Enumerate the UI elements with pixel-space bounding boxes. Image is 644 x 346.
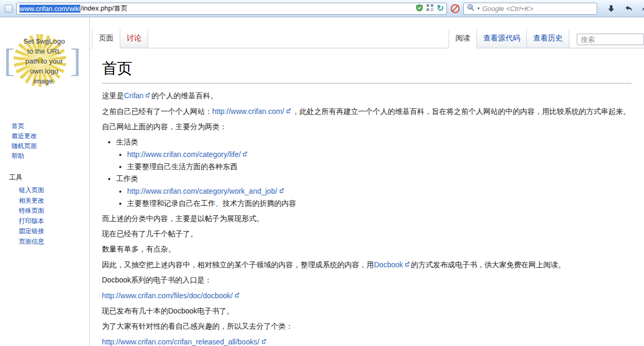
url-selected-text: www.crifan.com/wiki bbox=[19, 5, 80, 13]
sidebar-link-random-page[interactable]: 随机页面 bbox=[12, 141, 89, 151]
paragraph: 这里是Crifan的个人的维基百科。 bbox=[102, 90, 631, 101]
paragraph: 因此，又抽空把上述内容中，相对独立的某个子领域的内容，整理成系统的内容，用Doc… bbox=[102, 259, 631, 270]
search-magnifier-icon: G bbox=[467, 4, 475, 14]
redo-arrow-icon[interactable] bbox=[641, 5, 644, 13]
sidebar-tools: 链入页面 相关更改 特殊页面 打印版本 固定链接 页面信息 bbox=[19, 185, 89, 247]
paragraph: 现已发布有几十本的Docbook电子书了。 bbox=[102, 306, 631, 317]
text: 之前自己已经有了一个个人网站： bbox=[102, 107, 212, 116]
paragraph: http://www.crifan.com/files/doc/docbook/ bbox=[102, 290, 631, 301]
list-item: http://www.crifan.com/category/work_and_… bbox=[127, 185, 631, 197]
namespace-tabs: 页面 讨论 bbox=[92, 29, 148, 48]
tab-read[interactable]: 阅读 bbox=[449, 29, 477, 48]
list-item: 主要整理和记录自己在工作、技术方面的折腾的内容 bbox=[127, 198, 631, 209]
sidebar-link-home[interactable]: 首页 bbox=[12, 121, 89, 131]
external-link[interactable]: http://www.crifan.com/ bbox=[212, 107, 284, 116]
url-text: /index.php/首页 bbox=[80, 4, 128, 13]
wiki-sidebar: [ ] Set $wgLogo to the URL path to your … bbox=[0, 17, 89, 346]
text: 的方式发布成电子书，供大家免费在网上阅读。 bbox=[411, 260, 565, 269]
external-link[interactable]: http://www.crifan.com/crifan_released_al… bbox=[102, 338, 259, 346]
external-link-icon bbox=[145, 90, 150, 101]
address-bar[interactable]: www.crifan.com/wiki /index.php/首页 ↻ bbox=[16, 3, 447, 15]
tool-link-permanent-link[interactable]: 固定链接 bbox=[19, 226, 89, 237]
text: 的个人的维基百科。 bbox=[151, 91, 217, 100]
paragraph: 而上述的分类中内容，主要是以帖子为展现形式。 bbox=[102, 213, 631, 224]
google-search-box[interactable]: G ▼ bbox=[463, 3, 597, 15]
external-link[interactable]: http://www.crifan.com/files/doc/docbook/ bbox=[102, 291, 233, 300]
paragraph: 数量有单多，有点杂。 bbox=[102, 244, 631, 255]
tab-history[interactable]: 查看历史 bbox=[527, 29, 569, 48]
list-item: 主要整理自己生活方面的各种东西 bbox=[127, 161, 631, 172]
list-item: http://www.crifan.com/category/life/ bbox=[127, 149, 631, 160]
text: 生活类 bbox=[116, 138, 138, 146]
tool-link-special-pages[interactable]: 特殊页面 bbox=[19, 206, 89, 216]
wiki-page: [ ] Set $wgLogo to the URL path to your … bbox=[0, 17, 644, 346]
paragraph: http://www.crifan.com/crifan_released_al… bbox=[102, 336, 631, 346]
logo-text-line: to the URL bbox=[11, 46, 78, 56]
wiki-search-input[interactable] bbox=[577, 34, 644, 45]
wiki-logo[interactable]: [ ] Set $wgLogo to the URL path to your … bbox=[0, 20, 89, 103]
external-link-icon bbox=[242, 149, 247, 160]
external-link-icon bbox=[279, 185, 284, 196]
article-body: 首页 这里是Crifan的个人的维基百科。 之前自己已经有了一个个人网站：htt… bbox=[90, 48, 644, 346]
tool-link-printable-version[interactable]: 打印版本 bbox=[19, 216, 89, 227]
page-tabs-bar: 页面 讨论 阅读 查看源代码 查看历史 bbox=[90, 17, 644, 48]
external-link-icon bbox=[286, 106, 291, 117]
paragraph: 之前自己已经有了一个个人网站：http://www.crifan.com/，此处… bbox=[102, 106, 631, 117]
external-link-icon bbox=[234, 290, 240, 301]
tab-view-source[interactable]: 查看源代码 bbox=[477, 29, 527, 48]
logo-text-line: path to your bbox=[11, 56, 78, 66]
download-icon[interactable] bbox=[607, 5, 615, 13]
paragraph: 为了大家有针对性的看自己感兴趣的，所以又去分了个类： bbox=[102, 321, 631, 332]
sidebar-navigation: 首页 最近更改 随机页面 帮助 bbox=[12, 121, 89, 161]
external-link[interactable]: Docbook bbox=[374, 260, 403, 269]
external-link[interactable]: http://www.crifan.com/category/life/ bbox=[127, 150, 241, 159]
external-link-icon bbox=[404, 259, 410, 270]
text: 这里是 bbox=[102, 91, 124, 100]
tools-heading: 工具 bbox=[9, 173, 89, 182]
paragraph: Docbook系列的电子书的入口是： bbox=[102, 275, 631, 286]
logo-placeholder-text: Set $wgLogo to the URL path to your own … bbox=[11, 36, 78, 86]
content-area: 页面 讨论 阅读 查看源代码 查看历史 首页 这里是Crifan的个人的维基百科… bbox=[89, 17, 644, 346]
qr-code-icon[interactable] bbox=[427, 4, 433, 13]
list-item: 工作类 http://www.crifan.com/category/work_… bbox=[116, 173, 631, 209]
sidebar-link-help[interactable]: 帮助 bbox=[12, 151, 89, 161]
logo-text-line: Set $wgLogo bbox=[11, 36, 78, 46]
logo-text-line: own logo bbox=[11, 66, 78, 76]
reload-icon[interactable]: ↻ bbox=[437, 4, 444, 13]
sidebar-link-recent-changes[interactable]: 最近更改 bbox=[12, 131, 89, 141]
google-search-input[interactable] bbox=[482, 5, 594, 13]
page-icon[interactable] bbox=[5, 5, 13, 13]
security-shield-icon[interactable] bbox=[416, 4, 423, 13]
logo-text-line: image. bbox=[11, 76, 78, 86]
svg-text:G: G bbox=[469, 5, 472, 8]
chevron-down-icon[interactable]: ▼ bbox=[476, 6, 481, 11]
tool-link-related-changes[interactable]: 相关更改 bbox=[19, 196, 89, 206]
category-list: 生活类 http://www.crifan.com/category/life/… bbox=[116, 137, 631, 209]
tool-link-page-info[interactable]: 页面信息 bbox=[19, 237, 89, 247]
browser-toolbar: www.crifan.com/wiki /index.php/首页 ↻ G ▼ bbox=[0, 0, 644, 17]
block-icon[interactable] bbox=[451, 4, 460, 13]
view-tabs: 阅读 查看源代码 查看历史 bbox=[449, 29, 569, 48]
undo-arrow-icon[interactable] bbox=[624, 5, 633, 13]
tab-talk[interactable]: 讨论 bbox=[120, 29, 148, 48]
text: ，此处之所有再建立一个个人的维基百科，旨在将之前个人网站的中的内容，用比较系统的… bbox=[292, 107, 630, 116]
text: 工作类 bbox=[116, 174, 138, 183]
paragraph: 现在已经有了几千个帖子了。 bbox=[102, 228, 631, 239]
tab-page[interactable]: 页面 bbox=[92, 29, 120, 48]
external-link-icon bbox=[261, 336, 266, 346]
paragraph: 自己网站上面的内容，主要分为两类： bbox=[102, 121, 631, 132]
text: 因此，又抽空把上述内容中，相对独立的某个子领域的内容，整理成系统的内容，用 bbox=[102, 260, 374, 269]
external-link[interactable]: Crifan bbox=[124, 91, 143, 100]
external-link[interactable]: http://www.crifan.com/category/work_and_… bbox=[127, 187, 277, 195]
tool-link-what-links-here[interactable]: 链入页面 bbox=[19, 185, 89, 196]
page-title: 首页 bbox=[102, 58, 631, 83]
list-item: 生活类 http://www.crifan.com/category/life/… bbox=[116, 137, 631, 172]
